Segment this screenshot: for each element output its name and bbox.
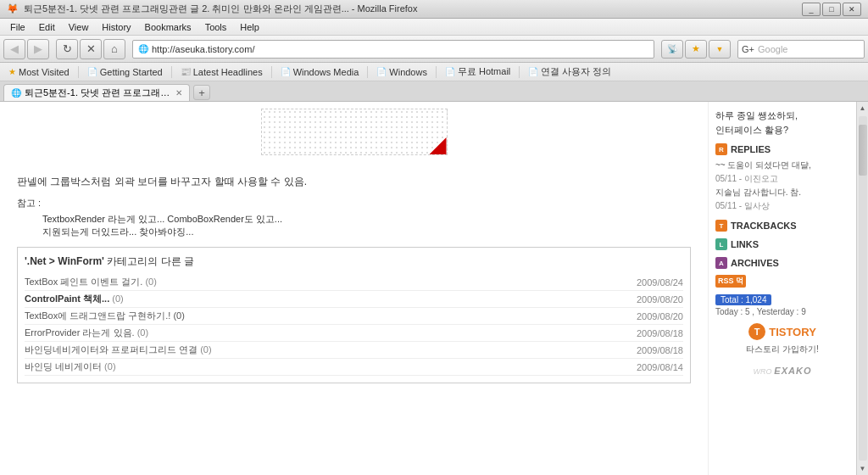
corner-decoration [430, 137, 447, 154]
blog-date-cell: 2009/08/14 [615, 359, 683, 376]
window-title: 퇴근5분전-1. 닷넷 관련 프로그래밍관련 글 2. 취미인 만화와 온라인 … [24, 3, 802, 15]
blog-title-link[interactable]: TextBox 페인트 이벤트 걸기. [25, 277, 142, 287]
blog-title-link[interactable]: 바인딩 네비게이터 [25, 361, 102, 372]
blog-title-cell[interactable]: 바인딩 네비게이터 (0) [25, 359, 615, 376]
bookmark-label: Most Visited [19, 67, 70, 77]
scroll-thumb[interactable] [859, 125, 867, 176]
trackbacks-label: TRACKBACKS [731, 221, 797, 231]
bookmark-label: Latest Headlines [193, 67, 263, 77]
links-label: LINKS [731, 239, 759, 249]
tab-main[interactable]: 🌐 퇴근5분전-1. 닷넷 관련 프로그래밍관련... ✕ [3, 84, 190, 101]
blog-list-row: TextBox 페인트 이벤트 걸기. (0)2009/08/24 [25, 274, 683, 291]
blog-list-row: 바인딩 네비게이터 (0)2009/08/14 [25, 359, 683, 376]
rss-badge[interactable]: RSS 먹 [715, 275, 746, 288]
navbar: ◀ ▶ ↻ ✕ ⌂ 🌐 http://aseuka.tistory.com/ 📡… [0, 36, 868, 63]
bookmark-label: Windows Media [293, 67, 359, 77]
bookmark-separator [171, 66, 172, 78]
close-button[interactable]: ✕ [843, 3, 861, 16]
sidebar-top-text-2: 인터페이스 활용? [715, 123, 849, 137]
browser-icon: 🦊 [7, 3, 19, 14]
menu-file[interactable]: File [3, 19, 32, 35]
exako-label: EXAKO [774, 366, 811, 376]
blog-title-cell[interactable]: 바인딩네비게이터와 프로퍼티그리드 연결 (0) [25, 342, 615, 359]
rss-button[interactable]: 📡 [661, 40, 683, 59]
menu-view[interactable]: View [62, 19, 96, 35]
tabbar: 🌐 퇴근5분전-1. 닷넷 관련 프로그래밍관련... ✕ + [0, 81, 868, 102]
bookmark-windows-media[interactable]: 📄 Windows Media [275, 65, 364, 79]
blog-list-row: ControlPaint 책체... (0)2009/08/20 [25, 291, 683, 308]
tab-label: 퇴근5분전-1. 닷넷 관련 프로그래밍관련... [25, 87, 172, 99]
menu-bookmarks[interactable]: Bookmarks [138, 19, 198, 35]
reply-count: (0) [198, 344, 212, 355]
bookmark-star-button[interactable]: ★ [685, 40, 707, 59]
bookmark-hotmail[interactable]: 📄 무료 Hotmail [440, 64, 515, 80]
bookmark-windows[interactable]: 📄 Windows [371, 65, 432, 79]
page-icon: 📄 [87, 67, 97, 76]
forward-button[interactable]: ▶ [27, 39, 49, 59]
scrollbar[interactable]: ▲ ▼ [856, 102, 868, 475]
blog-title-cell[interactable]: TextBox에 드래그앤드랍 구현하기.! (0) [25, 308, 615, 325]
bookmark-separator [78, 66, 79, 78]
minimize-button[interactable]: _ [802, 3, 821, 16]
bookmark-separator [519, 66, 520, 78]
body-text: 판넬에 그룹박스처럼 외곽 보더를 바꾸고자 할때 사용할 수 있음. [17, 174, 691, 190]
home-button[interactable]: ⌂ [103, 39, 125, 59]
address-bar[interactable]: 🌐 http://aseuka.tistory.com/ [132, 40, 654, 59]
refresh-button[interactable]: ↻ [56, 39, 78, 59]
blog-title-link[interactable]: 바인딩네비게이터와 프로퍼티그리드 연결 [25, 344, 198, 355]
star-icon: ★ [8, 67, 16, 76]
menubar: File Edit View History Bookmarks Tools H… [0, 19, 868, 36]
stop-button[interactable]: ✕ [80, 39, 102, 59]
reply-link-1[interactable]: ~~ 도움이 되셨다면 대댤, [715, 159, 849, 172]
image-placeholder [261, 109, 448, 155]
archives-label: ARCHIVES [731, 258, 779, 268]
blog-title-cell[interactable]: ErrorProvider 라는게 있음. (0) [25, 325, 615, 342]
bookmark-latest-headlines[interactable]: 📰 Latest Headlines [175, 65, 268, 79]
reply-link-2: 05/11 - 이진오고 [715, 172, 849, 186]
search-box[interactable]: G+ Google [737, 40, 865, 59]
bookmark-most-visited[interactable]: ★ Most Visited [3, 65, 75, 79]
main-column: 판넬에 그룹박스처럼 외곽 보더를 바꾸고자 할때 사용할 수 있음. 참고 :… [0, 102, 708, 475]
page-icon: 📄 [528, 67, 538, 76]
replies-label: REPLIES [731, 144, 771, 154]
scroll-track[interactable] [859, 116, 867, 461]
bookmark-label: Getting Started [100, 67, 163, 77]
menu-help[interactable]: Help [233, 19, 266, 35]
bookmark-label: 연결 사용자 정의 [541, 65, 611, 78]
blog-title-cell[interactable]: ControlPaint 책체... (0) [25, 291, 615, 308]
page-icon: 📄 [376, 67, 387, 76]
bookmark-custom[interactable]: 📄 연결 사용자 정의 [523, 64, 616, 80]
search-input[interactable]: Google [758, 44, 787, 54]
blog-title-link[interactable]: TextBox에 드래그앤드랍 구현하기.! (0) [25, 310, 185, 321]
blog-date-cell: 2009/08/18 [615, 325, 683, 342]
menu-history[interactable]: History [95, 19, 137, 35]
sidebar-section-archives: A ARCHIVES [715, 257, 849, 269]
bookmark-getting-started[interactable]: 📄 Getting Started [82, 65, 168, 79]
maximize-button[interactable]: □ [822, 3, 841, 16]
replies-icon: R [715, 143, 727, 155]
blog-title-cell[interactable]: TextBox 페인트 이벤트 걸기. (0) [25, 274, 615, 291]
total-area: Total : 1,024 [715, 291, 849, 305]
rss-area: RSS 먹 [715, 274, 849, 288]
blog-list-section: '.Net > WinForm' 카테고리의 다른 글 TextBox 페인트 … [17, 247, 691, 383]
scroll-up-button[interactable]: ▲ [860, 102, 866, 115]
bookmark-arrow-button[interactable]: ▼ [709, 40, 731, 59]
reply-link-3[interactable]: 지솔님 감사합니다. 참. [715, 186, 849, 199]
bookmark-separator [436, 66, 437, 78]
new-tab-button[interactable]: + [193, 85, 210, 100]
blog-list-row: ErrorProvider 라는게 있음. (0)2009/08/18 [25, 325, 683, 342]
blog-title-link[interactable]: ErrorProvider 라는게 있음. [25, 327, 135, 338]
links-icon: L [715, 238, 727, 250]
scroll-down-button[interactable]: ▼ [860, 462, 866, 475]
tistory-sub[interactable]: 타스토리 가입하기! [715, 344, 849, 355]
page-icon: 📄 [445, 67, 455, 76]
back-button[interactable]: ◀ [3, 39, 25, 59]
tistory-logo[interactable]: T TISTORY [715, 323, 849, 340]
menu-tools[interactable]: Tools [198, 19, 234, 35]
reply-count: (0) [142, 277, 157, 287]
blog-title-link[interactable]: ControlPaint 책체... [25, 293, 109, 304]
tab-close-button[interactable]: ✕ [175, 88, 182, 98]
sidebar-top-text-1: 하루 종일 쌩쑈하되, [715, 109, 849, 123]
tistory-label: TISTORY [769, 326, 816, 338]
menu-edit[interactable]: Edit [32, 19, 62, 35]
